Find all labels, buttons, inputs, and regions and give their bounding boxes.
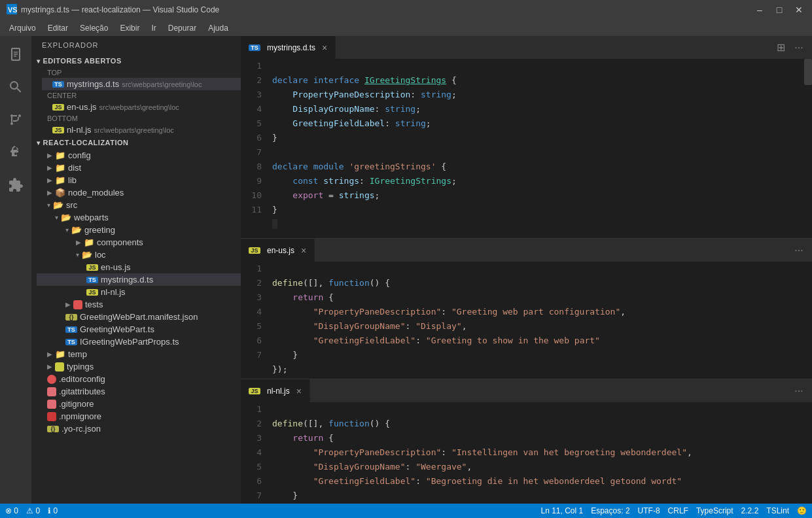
line-numbers-3: 1234567 (241, 402, 267, 504)
folder-webparts-icon: 📂 (61, 213, 71, 222)
menu-selecao[interactable]: Seleção (75, 22, 113, 34)
tree-typings[interactable]: ▶ typings (37, 360, 241, 373)
folder-temp-icon: 📁 (55, 349, 65, 359)
sidebar: EXPLORADOR ▾ EDITORES ABERTOS TOP TS mys… (31, 36, 241, 504)
more-actions-button-2[interactable]: ··· (791, 243, 807, 258)
tab-en-us[interactable]: JS en-us.js × (241, 239, 315, 262)
menu-ajuda[interactable]: Ajuda (203, 22, 234, 34)
status-errors[interactable]: ⊗ 0 (5, 506, 18, 515)
tree-mystrings[interactable]: TS mystrings.d.ts (37, 273, 241, 286)
editor-pane-2: JS en-us.js × ··· 1234567 define([], fun… (241, 239, 812, 379)
tree-nl-nl[interactable]: JS nl-nl.js (37, 286, 241, 298)
tab-bar-1: TS mystrings.d.ts × ⊞ ··· (241, 36, 812, 59)
activity-extensions[interactable] (0, 169, 31, 201)
bottom-label: BOTTOM (42, 113, 241, 124)
menu-exibir[interactable]: Exibir (115, 22, 145, 34)
tab-nl-nl-close[interactable]: × (296, 386, 302, 396)
tab-mystrings[interactable]: TS mystrings.d.ts × (241, 36, 336, 59)
close-button[interactable]: ✕ (792, 3, 805, 16)
warning-icon: ⚠ (26, 506, 33, 515)
code-content-1[interactable]: declare interface IGreetingStrings { Pro… (267, 59, 812, 238)
tree-greeting[interactable]: ▾ 📂 greeting (37, 224, 241, 236)
app-icon: VS (7, 4, 17, 16)
open-editor-nl-nl[interactable]: JS nl-nl.js src\webparts\greeting\loc (42, 124, 241, 136)
code-content-3[interactable]: define([], function() { return { "Proper… (267, 402, 812, 504)
code-area-3[interactable]: 1234567 define([], function() { return {… (241, 402, 812, 504)
center-group: CENTER JS en-us.js src\webparts\greeting… (31, 90, 241, 113)
tab-mystrings-close[interactable]: × (322, 43, 327, 53)
title-left: VS mystrings.d.ts — react-localization —… (7, 4, 219, 16)
statusbar: ⊗ 0 ⚠ 0 ℹ 0 Ln 11, Col 1 Espaços: 2 UTF-… (0, 504, 812, 518)
svg-point-7 (10, 122, 13, 125)
top-group: TOP TS mystrings.d.ts src\webparts\greet… (31, 67, 241, 90)
sidebar-content: ▾ EDITORES ABERTOS TOP TS mystrings.d.ts… (31, 54, 241, 504)
error-icon: ⊗ (5, 506, 12, 515)
window-title: mystrings.d.ts — react-localization — Vi… (21, 5, 219, 14)
svg-text:VS: VS (8, 6, 17, 14)
maximize-button[interactable]: □ (773, 3, 786, 16)
tree-en-us[interactable]: JS en-us.js (37, 261, 241, 273)
menu-ir[interactable]: Ir (146, 22, 161, 34)
folder-components-icon: 📁 (84, 237, 94, 247)
tree-lib[interactable]: ▶ 📁 lib (37, 174, 241, 186)
tree-components[interactable]: ▶ 📁 components (37, 236, 241, 249)
status-encoding[interactable]: UTF-8 (638, 506, 660, 515)
open-editor-mystrings[interactable]: TS mystrings.d.ts src\webparts\greeting\… (42, 78, 241, 90)
tab-bar-3: JS nl-nl.js × ··· (241, 379, 812, 402)
editor-area: TS mystrings.d.ts × ⊞ ··· 1234567891011 … (241, 36, 812, 504)
code-content-2[interactable]: define([], function() { return { "Proper… (267, 262, 812, 379)
status-tslint[interactable]: TSLint (766, 506, 789, 515)
menu-depurar[interactable]: Depurar (163, 22, 202, 34)
section-open-editors[interactable]: ▾ EDITORES ABERTOS (31, 54, 241, 67)
window-controls: – □ ✕ (753, 3, 805, 16)
tree-yo-rc[interactable]: {} .yo-rc.json (37, 423, 241, 435)
status-language[interactable]: TypeScript (696, 506, 733, 515)
menu-arquivo[interactable]: Arquivo (4, 22, 41, 34)
activity-git[interactable] (0, 104, 31, 135)
split-editor-button[interactable]: ⊞ (773, 40, 788, 56)
status-position[interactable]: Ln 11, Col 1 (540, 506, 583, 515)
minimize-button[interactable]: – (753, 3, 766, 16)
red-icon2 (47, 412, 56, 421)
tab-en-us-close[interactable]: × (301, 245, 306, 256)
tree-src[interactable]: ▾ 📂 src (37, 199, 241, 211)
tree-node-modules[interactable]: ▶ 📦 node_modules (37, 186, 241, 199)
more-actions-button[interactable]: ··· (791, 40, 807, 56)
svg-point-6 (18, 114, 21, 117)
tree-editorconfig[interactable]: .editorconfig (37, 373, 241, 385)
tree-dist[interactable]: ▶ 📁 dist (37, 162, 241, 174)
status-warnings[interactable]: ⚠ 0 (26, 506, 40, 515)
status-info[interactable]: ℹ 0 (48, 506, 58, 515)
code-area-2[interactable]: 1234567 define([], function() { return {… (241, 262, 812, 379)
menu-editar[interactable]: Editar (43, 22, 73, 34)
status-line-ending[interactable]: CRLF (668, 506, 688, 515)
section-project[interactable]: ▾ REACT-LOCALIZATION (31, 136, 241, 149)
tree-npmignore[interactable]: .npmignore (37, 410, 241, 423)
tree-webparts[interactable]: ▾ 📂 webparts (37, 211, 241, 224)
status-smiley[interactable]: 🙂 (797, 506, 807, 515)
tree-temp[interactable]: ▶ 📁 temp (37, 348, 241, 360)
main-area: EXPLORADOR ▾ EDITORES ABERTOS TOP TS mys… (0, 36, 812, 504)
tab-nl-nl-label: nl-nl.js (267, 387, 290, 396)
chevron-down-icon2: ▾ (37, 139, 41, 147)
open-editor-en-us[interactable]: JS en-us.js src\webparts\greeting\loc (42, 101, 241, 113)
tree-manifest[interactable]: {} GreetingWebPart.manifest.json (37, 311, 241, 323)
activity-debug[interactable] (0, 137, 31, 168)
titlebar: VS mystrings.d.ts — react-localization —… (0, 0, 812, 20)
activity-search[interactable] (0, 71, 31, 103)
tree-config[interactable]: ▶ 📁 config (37, 149, 241, 162)
tree-gitignore[interactable]: .gitignore (37, 398, 241, 410)
tab-nl-nl[interactable]: JS nl-nl.js × (241, 379, 310, 402)
tree-tests[interactable]: ▶ tests (37, 298, 241, 311)
status-version[interactable]: 2.2.2 (741, 506, 759, 515)
tab-mystrings-label: mystrings.d.ts (267, 43, 315, 52)
code-area-1[interactable]: 1234567891011 declare interface IGreetin… (241, 59, 812, 238)
chevron-down-icon: ▾ (37, 58, 41, 65)
tree-loc[interactable]: ▾ 📂 loc (37, 249, 241, 261)
tree-greeting-ts[interactable]: TS GreetingWebPart.ts (37, 323, 241, 336)
more-actions-button-3[interactable]: ··· (791, 383, 807, 399)
tree-igreeting-props[interactable]: TS IGreetingWebPartProps.ts (37, 336, 241, 348)
tree-gitattributes[interactable]: .gitattributes (37, 385, 241, 398)
status-spaces[interactable]: Espaços: 2 (591, 506, 629, 515)
activity-files[interactable] (0, 39, 31, 70)
